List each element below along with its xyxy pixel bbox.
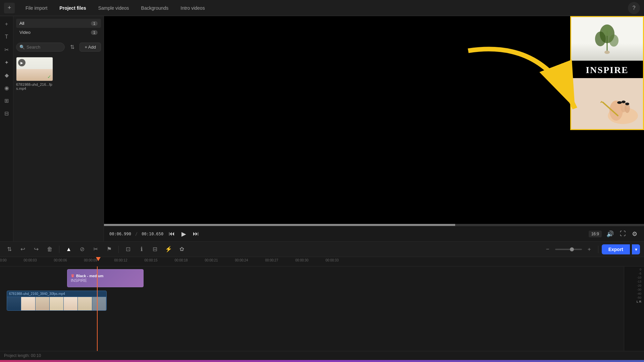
- category-all[interactable]: All 1: [16, 19, 101, 28]
- video-track-frames: [7, 297, 106, 310]
- magic-button[interactable]: ⚡: [163, 244, 174, 255]
- nav-tabs: File import Project files Sample videos …: [20, 3, 210, 13]
- redo-button[interactable]: ↪: [31, 244, 42, 255]
- frame-5: [64, 297, 78, 310]
- ruler-mark-33: 00:00:33: [326, 258, 339, 262]
- title-track[interactable]: ♛ Black - medium INSPIRE: [67, 269, 144, 287]
- frame-1: [7, 297, 21, 310]
- svg-point-14: [617, 101, 622, 104]
- video-track-label: 6781988-uhd_2160_3840_30fps.mp4: [7, 291, 106, 297]
- circle-icon[interactable]: ◉: [1, 82, 12, 93]
- main-body: + T ✂ ✦ ◆ ◉ ⊞ ⊟ All 1 Video 1 🔍 ⇅: [0, 16, 644, 241]
- preview-time: 00:06.990: [109, 232, 131, 236]
- preview-frame-top: [571, 17, 643, 61]
- ruler-mark-3: 00:00:03: [24, 258, 37, 262]
- settings-button[interactable]: ⚙: [631, 229, 639, 239]
- cursor-button[interactable]: ▲: [63, 244, 74, 255]
- frame-7: [92, 297, 106, 310]
- sticker-button[interactable]: ✿: [176, 244, 187, 255]
- timeline-section: ⇅ ↩ ↪ 🗑 ▲ ⊘ ✂ ⚑ ⊡ ℹ ⊟ ⚡ ✿ − + Export ▾: [0, 241, 644, 362]
- diamond-icon[interactable]: ◆: [1, 70, 12, 80]
- undo-button[interactable]: ↩: [17, 244, 28, 255]
- level-10: -10: [626, 276, 643, 279]
- file-panel-search-row: 🔍 ⇅ + Add: [13, 40, 104, 54]
- add-icon[interactable]: +: [1, 19, 12, 29]
- zoom-out-button[interactable]: −: [542, 244, 553, 255]
- level-20: -20: [626, 284, 643, 287]
- tab-project-files[interactable]: Project files: [54, 3, 91, 13]
- help-icon: ?: [633, 5, 636, 11]
- preview-controls: 00:06.990 / 00:10.650 ⏮ ▶ ⏭ 16:9 🔊 ⛶ ⚙: [104, 226, 644, 241]
- level-13: -13: [626, 280, 643, 283]
- sliders-button[interactable]: ⊟: [150, 244, 160, 255]
- toolbar-separator-3: [598, 246, 598, 253]
- level-30: -30: [626, 288, 643, 291]
- preview-area: INSPIRE: [104, 16, 644, 224]
- ruler-mark-15: 00:00:15: [145, 258, 158, 262]
- effects-icon[interactable]: ✦: [1, 57, 12, 68]
- level-50: -50: [626, 296, 643, 299]
- ruler-mark-30: 00:00:30: [296, 258, 309, 262]
- level-lr: L R: [626, 300, 643, 303]
- scissors-button[interactable]: ✂: [90, 244, 101, 255]
- tab-intro-videos[interactable]: Intro videos: [175, 3, 210, 13]
- delete-button[interactable]: 🗑: [44, 244, 55, 255]
- help-button[interactable]: ?: [628, 2, 640, 14]
- preview-time-total: 00:10.650: [142, 232, 163, 236]
- fullscreen-button[interactable]: ⛶: [619, 229, 627, 239]
- frame-6: [78, 297, 92, 310]
- play-pause-button[interactable]: ▶: [180, 229, 187, 239]
- ruler-mark-9: 00:00:09: [84, 258, 97, 262]
- split-tracks-button[interactable]: ⇅: [4, 244, 15, 255]
- playhead-triangle: [96, 257, 101, 261]
- grid-icon[interactable]: ⊟: [1, 108, 12, 119]
- crop-button[interactable]: ⊡: [123, 244, 133, 255]
- text-icon[interactable]: T: [1, 32, 12, 42]
- left-sidebar: + T ✂ ✦ ◆ ◉ ⊞ ⊟: [0, 16, 13, 241]
- svg-point-6: [603, 25, 611, 36]
- plus-grid-icon[interactable]: ⊞: [1, 95, 12, 106]
- ruler-mark-27: 00:00:27: [265, 258, 278, 262]
- category-video[interactable]: Video 1: [16, 28, 101, 37]
- tab-sample-videos[interactable]: Sample videos: [93, 3, 135, 13]
- file-panel: All 1 Video 1 🔍 ⇅ + Add: [13, 16, 104, 241]
- preview-plant: [571, 17, 643, 61]
- add-button[interactable]: + Add: [79, 43, 101, 52]
- plant-svg: [594, 24, 621, 54]
- app-logo[interactable]: +: [4, 3, 15, 13]
- flag-button[interactable]: ⚑: [104, 244, 114, 255]
- preview-right-controls: 16:9 🔊 ⛶ ⚙: [589, 229, 639, 239]
- noclick-button[interactable]: ⊘: [77, 244, 88, 255]
- fast-forward-button[interactable]: ⏭: [192, 229, 200, 239]
- aspect-ratio-badge[interactable]: 16:9: [589, 231, 602, 237]
- frame-3: [36, 297, 50, 310]
- tab-file-import[interactable]: File import: [20, 3, 53, 13]
- zoom-in-button[interactable]: +: [584, 244, 595, 255]
- crown-icon: ♛: [71, 274, 74, 278]
- scrubber-fill: [104, 224, 455, 226]
- ruler-mark-21: 00:00:21: [205, 258, 218, 262]
- zoom-slider[interactable]: [555, 249, 582, 250]
- preview-scrubber[interactable]: [104, 224, 644, 226]
- preview-inspire-text: INSPIRE: [571, 61, 643, 78]
- info-button[interactable]: ℹ: [136, 244, 147, 255]
- preview-frame-bottom: [571, 78, 643, 129]
- file-thumbnail: ▶ ✓: [16, 57, 53, 81]
- timeline-ruler: 00:00:00 00:00:03 00:00:06 00:00:09 00:0…: [0, 257, 644, 266]
- export-dropdown-button[interactable]: ▾: [632, 244, 640, 254]
- rewind-button[interactable]: ⏮: [167, 229, 176, 239]
- file-name: 6781988-uhd_216...fps.mp4: [16, 82, 53, 90]
- sort-button[interactable]: ⇅: [67, 42, 77, 52]
- svg-point-16: [625, 103, 629, 105]
- video-track[interactable]: 6781988-uhd_2160_3840_30fps.mp4: [7, 291, 107, 311]
- tab-backgrounds[interactable]: Backgrounds: [136, 3, 174, 13]
- top-nav: + File import Project files Sample video…: [0, 0, 644, 16]
- tracks-area: 00:00:00 00:00:03 00:00:06 00:00:09 00:0…: [0, 257, 644, 351]
- bottom-gradient: [0, 360, 644, 362]
- preview-frame: INSPIRE: [570, 16, 644, 130]
- file-item[interactable]: ▶ ✓ 6781988-uhd_216...fps.mp4: [16, 57, 53, 90]
- cut-icon[interactable]: ✂: [1, 44, 12, 55]
- level-0: 0: [626, 268, 643, 271]
- volume-button[interactable]: 🔊: [605, 229, 615, 239]
- export-button[interactable]: Export: [602, 244, 630, 254]
